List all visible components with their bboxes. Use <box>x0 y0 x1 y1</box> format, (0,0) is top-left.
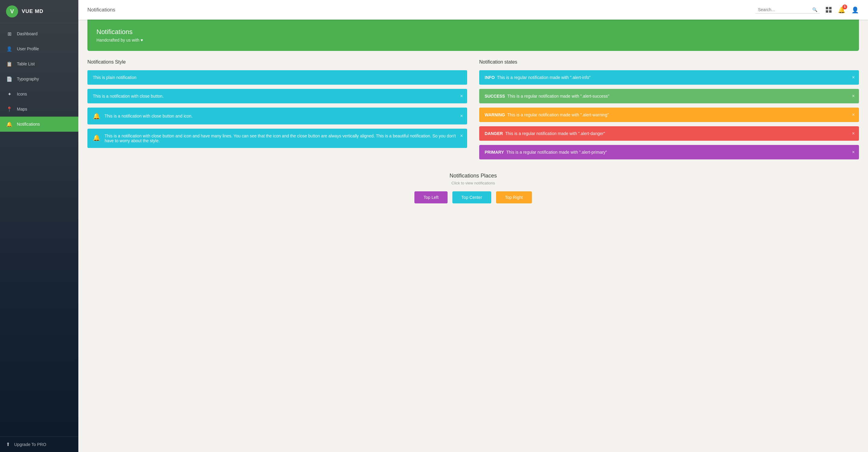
alert-info: INFO This is a regular notification made… <box>479 70 859 85</box>
close-button[interactable]: × <box>852 112 855 117</box>
search-input[interactable] <box>758 7 812 12</box>
sidebar: V VUE MD ⊞ Dashboard 👤 User Profile 📋 Ta… <box>0 0 79 452</box>
card-subtitle: Handcrafted by us with ♥ <box>96 38 850 42</box>
main-content: Notifications 🔍 🔔 5 👤 No <box>79 0 868 452</box>
sidebar-item-label: Maps <box>17 107 27 111</box>
sidebar-item-dashboard[interactable]: ⊞ Dashboard <box>0 26 79 41</box>
alert-warning-text: WARNING This is a regular notification m… <box>485 112 854 117</box>
alert-with-close: This is a notification with close button… <box>87 89 467 103</box>
notifications-style-section: Notifications Style This is plain notifi… <box>87 59 467 164</box>
svg-rect-1 <box>829 7 832 9</box>
alert-danger-text: DANGER This is a regular notification ma… <box>485 131 854 136</box>
upgrade-icon: ⬆ <box>6 442 10 447</box>
sidebar-logo: V VUE MD <box>0 0 79 23</box>
sidebar-item-label: Dashboard <box>17 31 38 36</box>
alert-multiline: 🔔 This is a notification with close butt… <box>87 129 467 148</box>
notifications-icon: 🔔 <box>6 121 13 127</box>
style-section-title: Notifications Style <box>87 59 467 65</box>
alert-multiline-text: This is a notification with close button… <box>104 133 462 143</box>
alert-primary: PRIMARY This is a regular notification m… <box>479 145 859 159</box>
sidebar-footer: ⬆ Upgrade To PRO <box>0 436 79 452</box>
account-icon: 👤 <box>851 6 859 13</box>
sidebar-item-typography[interactable]: 📄 Typography <box>0 71 79 87</box>
dashboard-icon: ⊞ <box>6 30 13 37</box>
page-content: Notifications Handcrafted by us with ♥ N… <box>79 20 868 452</box>
alert-primary-body: This is a regular notification made with… <box>506 150 607 155</box>
notification-badge: 5 <box>842 4 847 9</box>
top-center-button[interactable]: Top Center <box>453 191 491 203</box>
search-icon: 🔍 <box>812 7 817 12</box>
sidebar-item-label: Typography <box>17 76 39 82</box>
top-left-button[interactable]: Top Left <box>414 191 447 203</box>
alert-info-body: This is a regular notification made with… <box>497 75 590 80</box>
bell-alert-icon: 🔔 <box>93 112 100 120</box>
alert-warning-label: WARNING <box>485 112 505 117</box>
card-title: Notifications <box>96 28 850 36</box>
sidebar-item-label: User Profile <box>17 46 39 51</box>
alert-plain: This is plain notification <box>87 70 467 85</box>
notifications-states-section: Notification states INFO This is a regul… <box>479 59 859 164</box>
alert-danger: DANGER This is a regular notification ma… <box>479 126 859 141</box>
close-button[interactable]: × <box>460 114 463 119</box>
states-section-title: Notification states <box>479 59 859 65</box>
alert-danger-label: DANGER <box>485 131 503 136</box>
alert-primary-text: PRIMARY This is a regular notification m… <box>485 150 854 155</box>
alert-primary-label: PRIMARY <box>485 150 504 155</box>
app-name: VUE MD <box>22 8 43 14</box>
alert-success-body: This is a regular notification made with… <box>507 94 609 99</box>
alert-warning: WARNING This is a regular notification m… <box>479 107 859 122</box>
icons-icon: ✦ <box>6 91 13 97</box>
sidebar-item-label: Table List <box>17 62 35 66</box>
alert-success-label: SUCCESS <box>485 94 505 99</box>
grid-button[interactable] <box>826 7 832 13</box>
page-header-card: Notifications Handcrafted by us with ♥ <box>87 20 859 51</box>
close-button[interactable]: × <box>852 94 855 99</box>
user-account-button[interactable]: 👤 <box>851 6 859 13</box>
close-button[interactable]: × <box>460 133 463 138</box>
bell-alert-icon-multiline: 🔔 <box>93 134 100 141</box>
upgrade-button[interactable]: ⬆ Upgrade To PRO <box>6 442 72 447</box>
notifications-bell-button[interactable]: 🔔 5 <box>838 6 845 13</box>
sidebar-item-user-profile[interactable]: 👤 User Profile <box>0 41 79 56</box>
user-icon: 👤 <box>6 45 13 52</box>
close-button[interactable]: × <box>852 150 855 155</box>
notifications-places-section: Notifications Places Click to view notif… <box>87 173 859 203</box>
typography-icon: 📄 <box>6 76 13 82</box>
sidebar-item-label: Notifications <box>17 122 40 127</box>
top-right-button[interactable]: Top Right <box>496 191 532 203</box>
sidebar-item-table-list[interactable]: 📋 Table List <box>0 56 79 71</box>
notifications-columns: Notifications Style This is plain notifi… <box>87 59 859 164</box>
sidebar-item-notifications[interactable]: 🔔 Notifications <box>0 117 79 132</box>
upgrade-label: Upgrade To PRO <box>14 442 46 447</box>
alert-plain-text: This is plain notification <box>93 75 462 80</box>
alert-success-text: SUCCESS This is a regular notification m… <box>485 94 854 99</box>
places-buttons: Top Left Top Center Top Right <box>87 191 859 203</box>
header-actions: 🔍 🔔 5 👤 <box>755 6 859 13</box>
table-icon: 📋 <box>6 61 13 67</box>
places-title: Notifications Places <box>87 173 859 179</box>
close-button[interactable]: × <box>852 131 855 136</box>
alert-info-label: INFO <box>485 75 495 80</box>
sidebar-nav: ⊞ Dashboard 👤 User Profile 📋 Table List … <box>0 23 79 436</box>
page-title: Notifications <box>87 7 755 13</box>
close-button[interactable]: × <box>852 75 855 80</box>
alert-warning-body: This is a regular notification made with… <box>507 112 609 117</box>
alert-with-close-text: This is a notification with close button… <box>93 94 462 99</box>
places-subtitle: Click to view notifications <box>87 181 859 185</box>
header: Notifications 🔍 🔔 5 👤 <box>79 0 868 20</box>
sidebar-item-label: Icons <box>17 92 27 96</box>
svg-rect-0 <box>826 7 828 9</box>
maps-icon: 📍 <box>6 106 13 112</box>
alert-success: SUCCESS This is a regular notification m… <box>479 89 859 103</box>
alert-info-text: INFO This is a regular notification made… <box>485 75 854 80</box>
search-box[interactable]: 🔍 <box>755 6 820 13</box>
sidebar-item-maps[interactable]: 📍 Maps <box>0 102 79 117</box>
alert-danger-body: This is a regular notification made with… <box>505 131 605 136</box>
close-button[interactable]: × <box>460 94 463 99</box>
alert-with-close-icon: 🔔 This is a notification with close butt… <box>87 107 467 124</box>
logo-icon: V <box>6 5 18 18</box>
svg-rect-3 <box>829 10 832 13</box>
sidebar-item-icons[interactable]: ✦ Icons <box>0 87 79 102</box>
alert-with-icon-text: This is a notification with close button… <box>104 114 462 119</box>
svg-rect-2 <box>826 10 828 13</box>
